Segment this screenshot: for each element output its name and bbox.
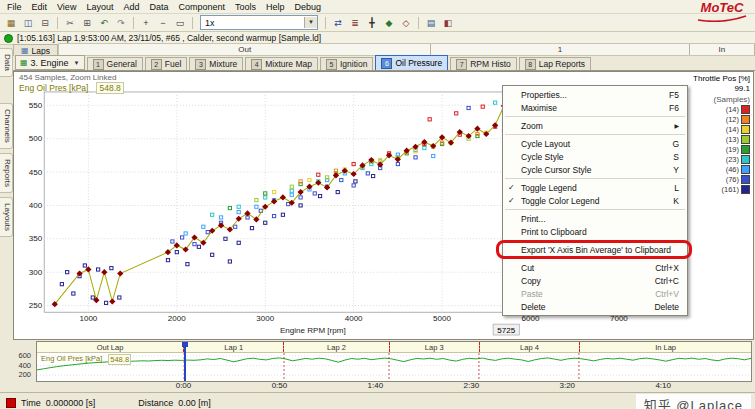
menu-item-label: Paste: [521, 289, 543, 299]
menu-separator: [505, 240, 685, 241]
context-menu-item-cycle-style[interactable]: Cycle StyleS: [503, 150, 687, 163]
menu-item-shortcut: Ctrl+X: [641, 263, 679, 273]
menu-component[interactable]: Component: [173, 2, 230, 12]
worksheet-tab-oil-pressure[interactable]: 6Oil Pressure: [375, 55, 448, 70]
timeline-lap-segment-lap-1[interactable]: Lap 1: [184, 342, 284, 352]
values-icon[interactable]: ◧: [440, 15, 456, 30]
context-menu-item-copy[interactable]: CopyCtrl+C: [503, 274, 687, 287]
menu-add[interactable]: Add: [118, 2, 144, 12]
marker-remove-icon[interactable]: ◇: [398, 15, 414, 30]
open-icon[interactable]: ▦: [3, 15, 19, 30]
legend-entry: (76): [726, 175, 750, 184]
sidebar-tab-channels[interactable]: Channels: [0, 103, 13, 149]
sidebar-tab-layouts[interactable]: Layouts: [0, 197, 13, 237]
timeline-cursor[interactable]: [184, 342, 186, 381]
menubar-items: FileEditViewLayoutAddDataComponentToolsH…: [2, 2, 326, 12]
timeline-plot[interactable]: Out LapLap 1Lap 2Lap 3Lap 4In Lap Eng Oi…: [36, 341, 752, 382]
channel-list-icon[interactable]: ▤: [423, 15, 439, 30]
context-menu-item-print-to-clipboard[interactable]: Print to Clipboard: [503, 225, 687, 238]
color-legend: Throttle Pos [%] 99.1 (Samples) (14)(12)…: [678, 72, 753, 339]
worksheet-tab-ignition[interactable]: 5Ignition: [320, 57, 373, 70]
menu-item-label: Maximise: [521, 103, 557, 113]
workbook-selector[interactable]: ▦ 3. Engine ▼: [15, 55, 85, 70]
timeline-lap-segment-in-lap[interactable]: In Lap: [580, 342, 751, 352]
worksheet-tab-rpm-histo[interactable]: 7RPM Histo: [450, 57, 517, 70]
menu-help[interactable]: Help: [261, 2, 290, 12]
legend-swatch: [741, 125, 750, 134]
context-menu-item-zoom[interactable]: Zoom▶: [503, 119, 687, 132]
cut-icon[interactable]: ✂: [62, 15, 78, 30]
lap-band-segment-in[interactable]: In: [690, 44, 755, 55]
tab-number-badge: 2: [151, 59, 162, 70]
context-menu-item-print[interactable]: Print...: [503, 212, 687, 225]
context-menu-item-toggle-legend[interactable]: ✓Toggle LegendL: [503, 181, 687, 194]
tab-number-badge: 4: [251, 59, 262, 70]
worksheet-tab-mixture[interactable]: 3Mixture: [189, 57, 243, 70]
legend-entry: (161): [721, 185, 750, 194]
zoom-in-icon[interactable]: +: [138, 15, 154, 30]
undo-icon[interactable]: ↶: [96, 15, 112, 30]
timeline-channel-label: Eng Oil Pres [kPa] 548.8: [41, 354, 131, 365]
display-mode-combo[interactable]: 1x▼: [200, 15, 318, 30]
legend-entry: (14): [726, 125, 750, 134]
timeline-panel[interactable]: 200400600 Out LapLap 1Lap 2Lap 3Lap 4In …: [0, 340, 755, 392]
legend-count: (23): [726, 156, 739, 164]
menu-layout[interactable]: Layout: [81, 2, 118, 12]
menu-item-label: Print...: [521, 214, 546, 224]
time-distance-icon[interactable]: ⇄: [330, 15, 346, 30]
legend-count: (76): [726, 176, 739, 184]
print-icon[interactable]: ⊟: [37, 15, 53, 30]
timeline-channel-name: Eng Oil Pres [kPa]: [41, 354, 102, 365]
crosshair-icon[interactable]: ╋: [364, 15, 380, 30]
motec-logo-text: MoTeC: [695, 1, 749, 14]
menu-data[interactable]: Data: [144, 2, 173, 12]
sidebar-tab-data[interactable]: Data: [0, 48, 13, 77]
menu-item-label: Properties...: [521, 90, 567, 100]
menu-debug[interactable]: Debug: [290, 2, 327, 12]
context-menu-item-cycle-cursor-style[interactable]: Cycle Cursor StyleY: [503, 163, 687, 176]
channel-label-group: Eng Oil Pres [kPa] 548.8: [19, 82, 124, 94]
context-menu-item-maximise[interactable]: MaximiseF6: [503, 101, 687, 114]
menu-file[interactable]: File: [2, 2, 27, 12]
marker-add-icon[interactable]: ◆: [381, 15, 397, 30]
menu-item-shortcut: K: [659, 196, 679, 206]
overlay-laps-icon[interactable]: ≣: [347, 15, 363, 30]
timeline-ytick: 600: [18, 351, 31, 360]
timeline-lap-segment-out-lap[interactable]: Out Lap: [37, 342, 184, 352]
sidebar-tab-reports[interactable]: Reports: [0, 153, 13, 193]
context-menu-item-cycle-layout[interactable]: Cycle LayoutG: [503, 137, 687, 150]
save-icon[interactable]: ◫: [20, 15, 36, 30]
legend-swatch: [741, 155, 750, 164]
context-menu-item-cut[interactable]: CutCtrl+X: [503, 261, 687, 274]
menu-item-shortcut: Y: [659, 165, 679, 175]
menu-separator: [505, 209, 685, 210]
menu-item-shortcut: Ctrl+C: [641, 276, 679, 286]
chevron-down-icon[interactable]: ▼: [304, 17, 317, 28]
timeline-lap-segment-lap-4[interactable]: Lap 4: [480, 342, 580, 352]
lap-band-segment-out[interactable]: Out: [59, 44, 431, 55]
lap-band-segment-1[interactable]: 1: [431, 44, 689, 55]
worksheet-tab-lap-reports[interactable]: 8Lap Reports: [519, 57, 591, 70]
timeline-lap-segment-lap-3[interactable]: Lap 3: [390, 342, 480, 352]
worksheet-tab-mixture-map[interactable]: 4Mixture Map: [245, 57, 318, 70]
zoom-extents-icon[interactable]: ▭: [172, 15, 188, 30]
workbook-icon: ▦: [20, 58, 28, 67]
legend-entry: (14): [726, 105, 750, 114]
context-menu-item-toggle-color-legend[interactable]: ✓Toggle Color LegendK: [503, 194, 687, 207]
worksheet-tab-fuel[interactable]: 2Fuel: [145, 57, 188, 70]
menu-edit[interactable]: Edit: [27, 2, 53, 12]
redo-icon[interactable]: ↷: [113, 15, 129, 30]
context-menu-item-delete[interactable]: DeleteDelete: [503, 300, 687, 313]
timeline-svg[interactable]: [37, 353, 751, 380]
menu-tools[interactable]: Tools: [230, 2, 261, 12]
context-menu-item-properties[interactable]: Properties...F5: [503, 88, 687, 101]
zoom-out-icon[interactable]: −: [155, 15, 171, 30]
context-menu-item-export-x-axis-bin-average-to-clipboard[interactable]: Export 'X Axis Bin Average' to Clipboard: [503, 243, 687, 256]
menu-view[interactable]: View: [52, 2, 81, 12]
worksheet-tab-general[interactable]: 1General: [87, 57, 143, 70]
svg-text:1000: 1000: [79, 314, 97, 323]
copy-icon[interactable]: ⊞: [79, 15, 95, 30]
cursor-color-swatch: [6, 398, 16, 408]
timeline-lap-segment-lap-2[interactable]: Lap 2: [284, 342, 389, 352]
worksheet-tabs: 1General2Fuel3Mixture4Mixture Map5Igniti…: [87, 55, 592, 70]
